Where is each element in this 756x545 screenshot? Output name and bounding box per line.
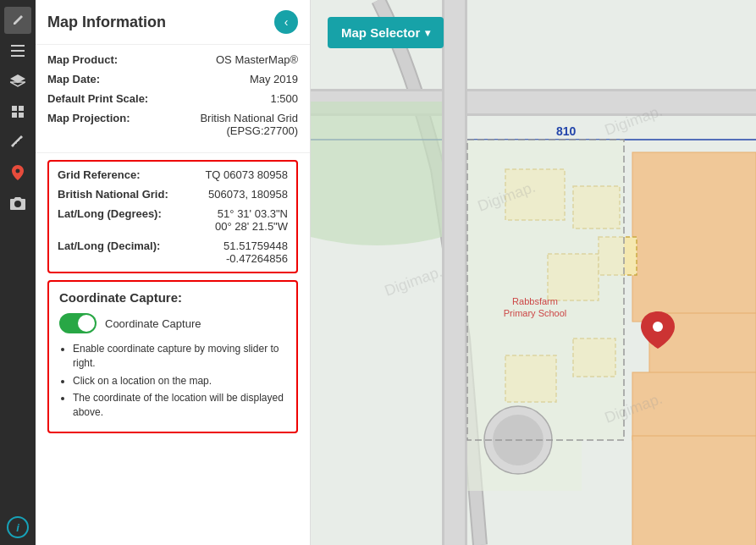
svg-rect-6 <box>19 106 24 111</box>
capture-hint-3: The coordinate of the location will be d… <box>73 391 286 420</box>
grid-ref-label: Grid Reference: <box>58 168 141 181</box>
map-date-value: May 2019 <box>250 73 298 85</box>
svg-rect-5 <box>12 106 17 111</box>
bng-value: 506073, 180958 <box>208 188 288 201</box>
map-product-label: Map Product: <box>47 53 118 66</box>
svg-rect-1 <box>11 50 25 52</box>
svg-rect-20 <box>632 152 756 322</box>
svg-rect-23 <box>632 436 756 545</box>
svg-rect-2 <box>11 55 25 57</box>
svg-marker-4 <box>10 82 25 86</box>
svg-rect-8 <box>19 113 24 118</box>
stack-icon[interactable] <box>4 98 31 125</box>
svg-text:Rabbsfarm: Rabbsfarm <box>512 296 558 306</box>
left-toolbar: i <box>0 0 36 545</box>
svg-marker-9 <box>11 135 23 147</box>
info-panel: Map Information ‹ Map Product: OS Master… <box>36 0 311 545</box>
collapse-button[interactable]: ‹ <box>274 10 298 34</box>
capture-title: Coordinate Capture: <box>59 290 286 305</box>
map-svg: 810 Rabbsfarm Primary School <box>311 0 756 545</box>
capture-instructions: Enable coordinate capture by moving slid… <box>59 342 286 420</box>
latlong-dec-row: Lat/Long (Decimal): 51.51759448 -0.47264… <box>58 239 288 265</box>
latlong-deg-value: 51° 31' 03.3"N 00° 28' 21.5"W <box>215 207 288 233</box>
latlong-deg-label: Lat/Long (Degrees): <box>58 207 162 233</box>
toggle-row: Coordinate Capture <box>59 313 286 333</box>
grid-ref-value: TQ 06073 80958 <box>205 168 288 181</box>
projection-row: Map Projection: British National Grid (E… <box>47 112 298 137</box>
latlong-dec-label: Lat/Long (Decimal): <box>58 239 160 265</box>
camera-icon[interactable] <box>4 190 31 217</box>
coordinate-capture-section: Coordinate Capture: Coordinate Capture E… <box>47 280 298 433</box>
menu-icon[interactable] <box>4 37 31 64</box>
toggle-label: Coordinate Capture <box>105 317 201 330</box>
grid-ref-row: Grid Reference: TQ 06073 80958 <box>58 168 288 181</box>
print-scale-value: 1:500 <box>270 92 298 105</box>
svg-text:Primary School: Primary School <box>504 308 567 318</box>
svg-rect-7 <box>12 113 17 118</box>
location-pin-icon[interactable] <box>4 159 31 186</box>
capture-hint-1: Enable coordinate capture by moving slid… <box>73 342 286 371</box>
map-product-value: OS MasterMap® <box>216 53 298 66</box>
map-product-row: Map Product: OS MasterMap® <box>47 53 298 66</box>
bng-row: British National Grid: 506073, 180958 <box>58 188 288 201</box>
latlong-dec-value: 51.51759448 -0.47264856 <box>223 239 288 265</box>
map-date-row: Map Date: May 2019 <box>47 73 298 85</box>
projection-value: British National Grid (EPSG:27700) <box>130 112 298 137</box>
svg-rect-0 <box>11 45 25 47</box>
capture-hint-2: Click on a location on the map. <box>73 374 286 388</box>
svg-rect-19 <box>444 0 465 545</box>
panel-title: Map Information <box>47 14 166 31</box>
panel-header: Map Information ‹ <box>36 0 310 45</box>
map-area[interactable]: Map Selector ▾ 810 <box>311 0 756 545</box>
print-scale-label: Default Print Scale: <box>47 92 148 105</box>
latlong-deg-row: Lat/Long (Degrees): 51° 31' 03.3"N 00° 2… <box>58 207 288 233</box>
map-info-section: Map Product: OS MasterMap® Map Date: May… <box>36 45 310 153</box>
map-selector-chevron: ▾ <box>425 27 430 39</box>
map-date-label: Map Date: <box>47 73 100 85</box>
svg-point-35 <box>653 322 663 332</box>
projection-label: Map Projection: <box>47 112 130 137</box>
bng-label: British National Grid: <box>58 188 168 201</box>
coordinate-capture-toggle[interactable] <box>59 313 97 333</box>
coordinate-section: Grid Reference: TQ 06073 80958 British N… <box>47 160 298 273</box>
print-scale-row: Default Print Scale: 1:500 <box>47 92 298 105</box>
ruler-icon[interactable] <box>4 129 31 156</box>
svg-text:810: 810 <box>556 124 577 138</box>
map-selector-button[interactable]: Map Selector ▾ <box>328 17 444 48</box>
map-selector-label: Map Selector <box>341 25 420 40</box>
layers-icon[interactable] <box>4 68 31 95</box>
info-circle-icon[interactable]: i <box>7 516 29 538</box>
pencil-icon[interactable] <box>4 7 31 34</box>
